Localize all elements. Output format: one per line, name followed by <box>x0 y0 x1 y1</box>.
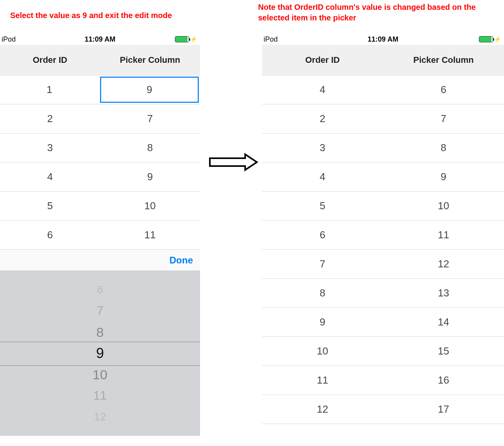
picker-list[interactable]: 6 7 8 9 10 11 12 <box>0 279 200 428</box>
table-row[interactable]: 4 9 <box>0 163 200 192</box>
table-row[interactable]: 9 14 <box>262 308 504 337</box>
cell-order-id: 11 <box>262 366 383 395</box>
status-carrier: iPod <box>264 35 278 44</box>
cell-picker[interactable]: 7 <box>100 104 200 133</box>
cell-picker-editing[interactable]: 9 <box>99 75 200 104</box>
grid-header: Order ID Picker Column <box>262 45 504 75</box>
cell-order-id: 8 <box>262 279 383 307</box>
cell-picker[interactable]: 10 <box>100 192 200 220</box>
done-button[interactable]: Done <box>169 255 193 266</box>
cell-picker[interactable]: 8 <box>100 133 200 162</box>
picker-item[interactable]: 11 <box>0 385 200 406</box>
cell-order-id: 1 <box>0 75 99 104</box>
picker-item[interactable]: 6 <box>0 279 200 300</box>
cell-picker[interactable]: 12 <box>383 250 504 278</box>
status-bar: iPod 11:09 AM ⚡ <box>262 34 504 45</box>
cell-picker[interactable]: 9 <box>100 163 200 191</box>
status-right: ⚡ <box>175 36 197 42</box>
table-row[interactable]: 5 10 <box>0 192 200 221</box>
phone-left: iPod 11:09 AM ⚡ Order ID Picker Column 1… <box>0 34 200 436</box>
cell-order-id: 12 <box>262 395 383 424</box>
table-row[interactable]: 6 11 <box>262 221 504 250</box>
cell-order-id: 7 <box>262 250 383 278</box>
status-time: 11:09 AM <box>0 35 200 44</box>
cell-order-id: 6 <box>262 221 383 249</box>
cell-order-id: 5 <box>0 192 100 220</box>
table-row[interactable]: 3 8 <box>262 133 504 163</box>
picker-item-selected[interactable]: 9 <box>0 343 200 364</box>
cell-order-id: 6 <box>0 221 100 249</box>
caption-right: Note that OrderID column's value is chan… <box>258 2 501 23</box>
phone-right: iPod 11:09 AM ⚡ Order ID Picker Column 4… <box>262 34 504 424</box>
table-row[interactable]: 4 9 <box>262 163 504 192</box>
grid-body-right: 4 6 2 7 3 8 4 9 5 10 6 11 7 12 8 13 <box>262 75 504 424</box>
table-row[interactable]: 8 13 <box>262 279 504 308</box>
cell-picker[interactable]: 6 <box>383 75 504 104</box>
battery-icon <box>175 36 189 42</box>
cell-order-id: 9 <box>262 308 383 336</box>
picker-item[interactable]: 8 <box>0 322 200 343</box>
cell-picker[interactable]: 11 <box>100 221 200 249</box>
table-row[interactable]: 2 7 <box>262 104 504 133</box>
table-row[interactable]: 3 8 <box>0 133 200 163</box>
header-order-id: Order ID <box>0 55 100 65</box>
cell-order-id: 4 <box>262 163 383 191</box>
cell-order-id: 2 <box>262 104 383 133</box>
cell-picker[interactable]: 13 <box>383 279 504 307</box>
cell-order-id: 3 <box>0 133 100 162</box>
cell-picker[interactable]: 15 <box>383 337 504 366</box>
battery-icon <box>479 36 493 42</box>
charging-icon: ⚡ <box>494 36 501 42</box>
picker-item[interactable]: 10 <box>0 364 200 385</box>
picker-item[interactable]: 7 <box>0 300 200 322</box>
cell-picker[interactable]: 14 <box>383 308 504 336</box>
cell-order-id: 5 <box>262 192 383 220</box>
table-row[interactable]: 11 16 <box>262 366 504 395</box>
table-row[interactable]: 4 6 <box>262 75 504 104</box>
table-row[interactable]: 12 17 <box>262 395 504 424</box>
status-bar: iPod 11:09 AM ⚡ <box>0 34 200 45</box>
arrow-icon <box>208 152 259 172</box>
caption-left: Select the value as 9 and exit the edit … <box>10 10 172 21</box>
cell-order-id: 4 <box>0 163 100 191</box>
table-row[interactable]: 5 10 <box>262 192 504 221</box>
cell-order-id: 10 <box>262 337 383 366</box>
edit-box[interactable]: 9 <box>100 77 199 103</box>
grid-header: Order ID Picker Column <box>0 45 200 75</box>
status-right: ⚡ <box>479 36 501 42</box>
cell-picker[interactable]: 16 <box>383 366 504 395</box>
cell-picker[interactable]: 9 <box>383 163 504 191</box>
cell-picker[interactable]: 17 <box>383 395 504 424</box>
cell-picker[interactable]: 10 <box>383 192 504 220</box>
header-picker-column: Picker Column <box>383 55 504 65</box>
cell-picker[interactable]: 7 <box>383 104 504 133</box>
picker-wheel[interactable]: 6 7 8 9 10 11 12 <box>0 271 200 436</box>
cell-picker[interactable]: 8 <box>383 133 504 162</box>
cell-order-id: 4 <box>262 75 383 104</box>
table-row[interactable]: 1 9 <box>0 75 200 104</box>
table-row[interactable]: 2 7 <box>0 104 200 133</box>
picker-toolbar: Done <box>0 250 200 271</box>
cell-picker[interactable]: 11 <box>383 221 504 249</box>
charging-icon: ⚡ <box>190 36 197 42</box>
picker-item[interactable]: 12 <box>0 406 200 428</box>
status-carrier: iPod <box>2 35 16 44</box>
grid-body-left: 1 9 2 7 3 8 4 9 5 10 6 11 <box>0 75 200 250</box>
cell-order-id: 2 <box>0 104 100 133</box>
status-time: 11:09 AM <box>262 35 504 44</box>
header-picker-column: Picker Column <box>100 55 200 65</box>
table-row[interactable]: 6 11 <box>0 221 200 250</box>
header-order-id: Order ID <box>262 55 383 65</box>
table-row[interactable]: 7 12 <box>262 250 504 279</box>
cell-order-id: 3 <box>262 133 383 162</box>
table-row[interactable]: 10 15 <box>262 337 504 366</box>
